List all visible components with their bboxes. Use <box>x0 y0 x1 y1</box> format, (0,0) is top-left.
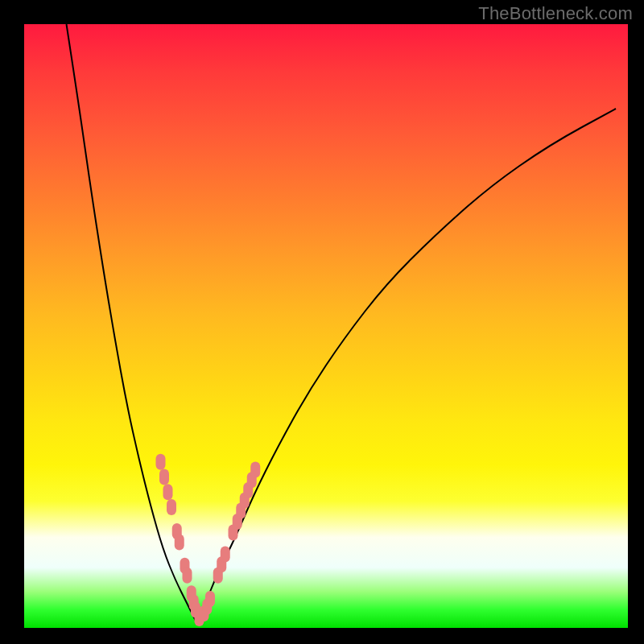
data-marker <box>159 469 169 485</box>
curves-svg <box>24 24 628 628</box>
watermark-text: TheBottleneck.com <box>478 3 633 24</box>
chart-frame: TheBottleneck.com <box>0 0 644 644</box>
data-marker <box>183 568 192 584</box>
data-marker <box>175 535 184 551</box>
plot-area <box>24 24 628 628</box>
right-curve <box>196 109 616 622</box>
data-marker <box>205 591 215 607</box>
data-marker <box>250 462 260 478</box>
data-marker <box>221 547 230 563</box>
data-marker <box>167 499 176 515</box>
data-marker <box>156 454 166 470</box>
data-marker <box>163 484 173 500</box>
markers-group <box>156 454 261 626</box>
